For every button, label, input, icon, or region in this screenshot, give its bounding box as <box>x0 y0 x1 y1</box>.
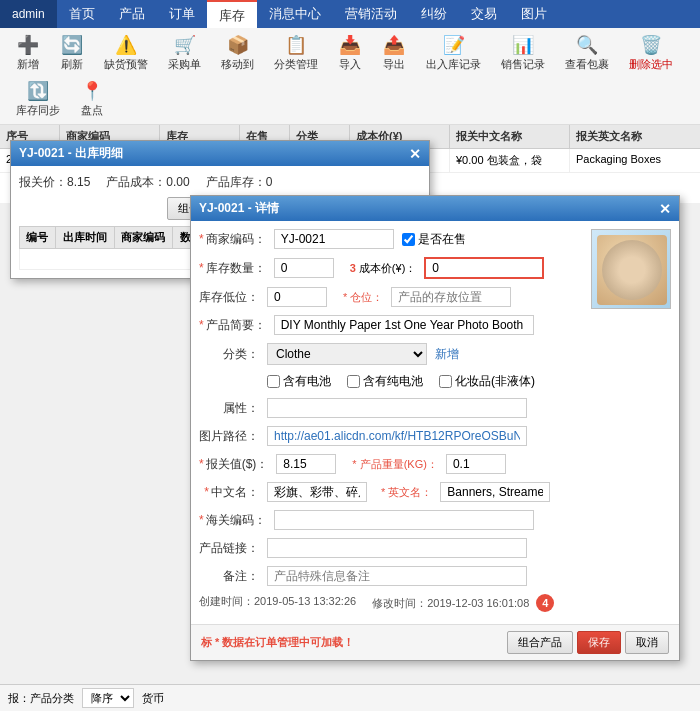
btn-delete-selected[interactable]: 🗑️ 删除选中 <box>621 32 681 74</box>
weight-label: * 产品重量(KG)： <box>352 457 438 472</box>
row-checkboxes: 含有电池 含有纯电池 化妆品(非液体) <box>199 373 583 390</box>
cost-price-input[interactable] <box>424 257 544 279</box>
is-onsale-checkbox-label[interactable]: 是否在售 <box>402 231 466 248</box>
row-stock-min-location: 库存低位： * 仓位： <box>199 287 583 307</box>
create-time-label: 创建时间：2019-05-13 13:32:26 <box>199 594 356 612</box>
desc-label: 产品简要： <box>199 317 266 334</box>
is-onsale-checkbox[interactable] <box>402 233 415 246</box>
stock-min-input[interactable] <box>267 287 327 307</box>
close-outbound-button[interactable]: ✕ <box>409 146 421 162</box>
top-navigation: admin 首页 产品 订单 库存 消息中心 营销活动 纠纷 交易 图片 <box>0 0 700 28</box>
btn-inout-record[interactable]: 📝 出入库记录 <box>418 32 489 74</box>
row-report-weight: 报关值($)： * 产品重量(KG)： <box>199 454 583 474</box>
nav-transactions[interactable]: 交易 <box>459 0 509 28</box>
btn-move[interactable]: 📦 移动到 <box>213 32 262 74</box>
customs-input[interactable] <box>274 510 534 530</box>
nav-home[interactable]: 首页 <box>57 0 107 28</box>
nav-marketing[interactable]: 营销活动 <box>333 0 409 28</box>
cell-en-name: Packaging Boxes <box>570 149 700 172</box>
merchant-code-input[interactable] <box>274 229 394 249</box>
stock-qty-input[interactable] <box>274 258 334 278</box>
btn-stock-warning[interactable]: ⚠️ 缺货预警 <box>96 32 156 74</box>
detail-form: 商家编码： 是否在售 库存数量： 3 成本价(¥)： <box>199 229 583 616</box>
btn-view-package[interactable]: 🔍 查看包裹 <box>557 32 617 74</box>
toolbar: ➕ 新增 🔄 刷新 ⚠️ 缺货预警 🛒 采购单 📦 移动到 📋 分类管理 📥 导… <box>0 28 700 125</box>
product-link-label: 产品链接： <box>199 540 259 557</box>
product-stock: 产品库存：0 <box>206 174 273 191</box>
attr-input[interactable] <box>267 398 527 418</box>
footer-save-btn[interactable]: 保存 <box>577 631 621 654</box>
category-label: 分类： <box>199 346 259 363</box>
col-cn-name: 报关中文名称 <box>450 125 570 148</box>
en-name-input[interactable] <box>440 482 550 502</box>
cart-icon: 🛒 <box>174 34 196 56</box>
stock-min-label: 库存低位： <box>199 289 259 306</box>
btn-export[interactable]: 📤 导出 <box>374 32 414 74</box>
desc-input[interactable] <box>274 315 534 335</box>
footer-combined-btn[interactable]: 组合产品 <box>507 631 573 654</box>
btn-import[interactable]: 📥 导入 <box>330 32 370 74</box>
customs-label: 海关编码： <box>199 512 266 529</box>
has-cosmetics-label[interactable]: 化妆品(非液体) <box>439 373 535 390</box>
row-customs: 海关编码： <box>199 510 583 530</box>
nav-items: 首页 产品 订单 库存 消息中心 营销活动 纠纷 交易 图片 <box>57 0 559 28</box>
nav-inventory[interactable]: 库存 <box>207 0 257 28</box>
bottom-bar: 报：产品分类 降序 货币 <box>0 684 700 711</box>
category-select[interactable]: Clothe <box>267 343 427 365</box>
has-dry-battery-label[interactable]: 含有纯电池 <box>347 373 423 390</box>
stocktake-icon: 📍 <box>81 80 103 102</box>
attr-label: 属性： <box>199 400 259 417</box>
dialog-detail: YJ-0021 - 详情 ✕ 商家编码： 是否在售 库存数量： <box>190 195 680 661</box>
bottom-label-1: 报：产品分类 <box>8 691 74 706</box>
btn-category-manage[interactable]: 📋 分类管理 <box>266 32 326 74</box>
nav-images[interactable]: 图片 <box>509 0 559 28</box>
close-detail-button[interactable]: ✕ <box>659 201 671 217</box>
report-price: 报关价：8.15 <box>19 174 90 191</box>
sales-icon: 📊 <box>512 34 534 56</box>
step-4-badge: 4 <box>536 594 554 612</box>
product-image-area <box>591 229 671 616</box>
import-icon: 📥 <box>339 34 361 56</box>
btn-stocktake[interactable]: 📍 盘点 <box>72 78 112 120</box>
report-val-label: 报关值($)： <box>199 456 268 473</box>
btn-purchase[interactable]: 🛒 采购单 <box>160 32 209 74</box>
nav-orders[interactable]: 订单 <box>157 0 207 28</box>
nav-messages[interactable]: 消息中心 <box>257 0 333 28</box>
btn-refresh[interactable]: 🔄 刷新 <box>52 32 92 74</box>
image-url-input[interactable] <box>267 426 527 446</box>
cn-name-input[interactable] <box>267 482 367 502</box>
location-input[interactable] <box>391 287 511 307</box>
cell-cn-name: ¥0.00 包装盒，袋 <box>450 149 570 172</box>
detail-top-section: 商家编码： 是否在售 库存数量： 3 成本价(¥)： <box>199 229 671 616</box>
image-url-label: 图片路径： <box>199 428 259 445</box>
timestamps: 创建时间：2019-05-13 13:32:26 修改时间：2019-12-03… <box>199 594 583 612</box>
new-category-link[interactable]: 新增 <box>435 346 459 363</box>
row-category: 分类： Clothe 新增 <box>199 343 583 365</box>
nav-disputes[interactable]: 纠纷 <box>409 0 459 28</box>
refresh-icon: 🔄 <box>61 34 83 56</box>
remarks-input[interactable] <box>267 566 527 586</box>
row-product-link: 产品链接： <box>199 538 583 558</box>
sync-icon: 🔃 <box>27 80 49 102</box>
row-description: 产品简要： <box>199 315 583 335</box>
merchant-code-label: 商家编码： <box>199 231 266 248</box>
outbound-info-row: 报关价：8.15 产品成本：0.00 产品库存：0 <box>19 174 421 191</box>
has-battery-checkbox[interactable] <box>267 375 280 388</box>
export-icon: 📤 <box>383 34 405 56</box>
sort-dropdown[interactable]: 降序 <box>82 688 134 708</box>
has-dry-battery-checkbox[interactable] <box>347 375 360 388</box>
product-thumbnail <box>591 229 671 309</box>
weight-input[interactable] <box>446 454 506 474</box>
product-link-input[interactable] <box>267 538 527 558</box>
report-val-input[interactable] <box>276 454 336 474</box>
has-battery-label[interactable]: 含有电池 <box>267 373 331 390</box>
btn-add[interactable]: ➕ 新增 <box>8 32 48 74</box>
nav-products[interactable]: 产品 <box>107 0 157 28</box>
bottom-label-2: 货币 <box>142 691 164 706</box>
has-cosmetics-checkbox[interactable] <box>439 375 452 388</box>
btn-stock-sync[interactable]: 🔃 库存同步 <box>8 78 68 120</box>
row-merchant-code: 商家编码： 是否在售 <box>199 229 583 249</box>
footer-cancel-btn[interactable]: 取消 <box>625 631 669 654</box>
move-icon: 📦 <box>227 34 249 56</box>
btn-sales-record[interactable]: 📊 销售记录 <box>493 32 553 74</box>
